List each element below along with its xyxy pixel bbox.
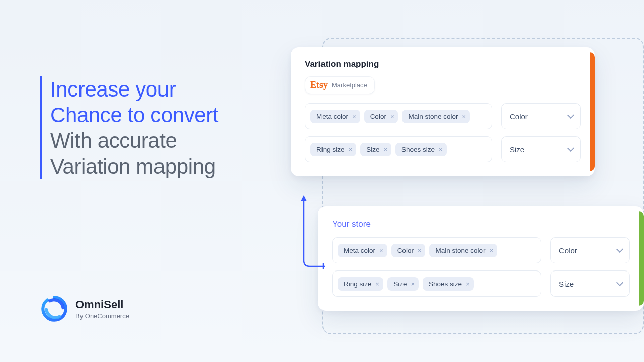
remove-tag-icon[interactable]: × (376, 281, 380, 287)
tag-chip[interactable]: Size × (360, 143, 391, 156)
tag-label: Size (393, 280, 407, 288)
remove-tag-icon[interactable]: × (462, 113, 466, 120)
tag-label: Ring size (316, 146, 345, 153)
tag-input[interactable]: Ring size × Size × Shoes size × (332, 270, 541, 297)
tag-chip[interactable]: Main stone color × (429, 244, 497, 257)
remove-tag-icon[interactable]: × (349, 146, 353, 153)
chevron-down-icon (616, 279, 623, 286)
card-stripe-orange (590, 52, 595, 171)
variation-mapping-card-store: Your store Meta color × Color × Main sto… (318, 206, 644, 311)
remove-tag-icon[interactable]: × (352, 113, 356, 120)
remove-tag-icon[interactable]: × (466, 281, 470, 287)
tag-label: Meta color (344, 247, 375, 254)
tag-input[interactable]: Meta color × Color × Main stone color × (305, 103, 492, 129)
headline-line-3: With accurate (50, 128, 218, 153)
tag-input[interactable]: Ring size × Size × Shoes size × (305, 136, 492, 162)
tag-chip[interactable]: Meta color × (310, 110, 360, 123)
tag-chip[interactable]: Main stone color × (402, 110, 470, 123)
card-title: Variation mapping (305, 59, 581, 69)
variation-mapping-card-marketplace: Variation mapping Etsy Marketplace Meta … (291, 47, 595, 176)
headline-line-4: Variation mapping (50, 154, 218, 179)
attribute-select[interactable]: Size (550, 270, 630, 297)
tag-label: Shoes size (429, 280, 462, 288)
marketplace-chip[interactable]: Etsy Marketplace (305, 76, 375, 94)
tag-label: Color (397, 247, 414, 254)
tag-chip[interactable]: Color × (391, 244, 426, 257)
select-value: Color (559, 246, 577, 255)
mapping-row: Meta color × Color × Main stone color × … (305, 103, 581, 129)
select-value: Size (510, 145, 524, 154)
attribute-select[interactable]: Color (550, 237, 630, 263)
mapping-row: Ring size × Size × Shoes size × Size (305, 136, 581, 162)
select-value: Color (510, 112, 528, 121)
etsy-logo-icon: Etsy (310, 80, 328, 90)
tag-label: Size (366, 146, 379, 153)
tag-chip[interactable]: Size × (387, 277, 419, 291)
remove-tag-icon[interactable]: × (418, 247, 422, 254)
remove-tag-icon[interactable]: × (490, 247, 494, 254)
mapping-row: Ring size × Size × Shoes size × Size (332, 270, 630, 297)
brand-byline: By OneCommerce (75, 312, 129, 320)
chevron-down-icon (567, 145, 574, 152)
headline: Increase your Chance to convert With acc… (40, 76, 218, 179)
tag-chip[interactable]: Color × (364, 110, 398, 123)
headline-line-2: Chance to convert (50, 102, 218, 128)
tag-chip[interactable]: Ring size × (310, 143, 356, 156)
chevron-down-icon (616, 246, 623, 253)
remove-tag-icon[interactable]: × (390, 113, 394, 120)
remove-tag-icon[interactable]: × (383, 146, 387, 153)
attribute-select[interactable]: Size (501, 136, 581, 162)
marketplace-label: Marketplace (332, 81, 367, 89)
tag-chip[interactable]: Shoes size × (395, 143, 447, 156)
brand-block: OmniSell By OneCommerce (40, 295, 129, 323)
tag-input[interactable]: Meta color × Color × Main stone color × (332, 237, 541, 263)
tag-chip[interactable]: Ring size × (338, 277, 383, 291)
chevron-down-icon (567, 112, 574, 119)
remove-tag-icon[interactable]: × (439, 146, 443, 153)
remove-tag-icon[interactable]: × (379, 247, 383, 254)
tag-label: Shoes size (401, 146, 435, 153)
store-label: Your store (332, 219, 630, 229)
brand-logo-icon (40, 295, 68, 323)
attribute-select[interactable]: Color (501, 103, 581, 129)
brand-title: OmniSell (75, 298, 129, 311)
remove-tag-icon[interactable]: × (411, 281, 415, 287)
tag-label: Color (370, 113, 386, 120)
tag-label: Meta color (316, 113, 348, 120)
select-value: Size (559, 280, 574, 288)
tag-label: Ring size (344, 280, 372, 288)
card-stripe-green (639, 211, 644, 306)
mapping-row: Meta color × Color × Main stone color × … (332, 237, 630, 263)
tag-label: Main stone color (408, 113, 458, 120)
tag-label: Main stone color (435, 247, 485, 254)
tag-chip[interactable]: Meta color × (338, 244, 387, 257)
tag-chip[interactable]: Shoes size × (423, 277, 474, 291)
headline-line-1: Increase your (50, 76, 218, 102)
